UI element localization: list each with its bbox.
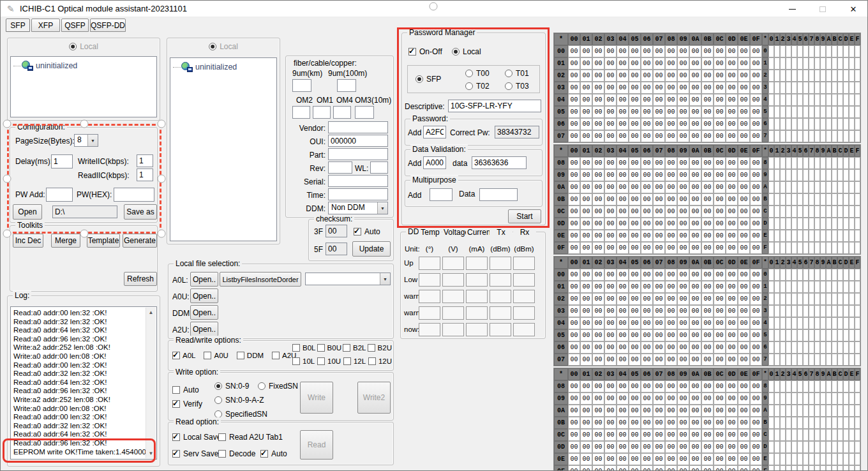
- ascii-char-cell[interactable]: [809, 354, 814, 366]
- hex-byte-cell[interactable]: 00: [677, 181, 689, 193]
- hex-byte-cell[interactable]: 00: [726, 206, 738, 218]
- ascii-char-cell[interactable]: [803, 242, 809, 254]
- ascii-char-cell[interactable]: [803, 130, 809, 142]
- ascii-char-cell[interactable]: [849, 45, 855, 57]
- hex-byte-cell[interactable]: 00: [665, 230, 677, 242]
- hex-byte-cell[interactable]: 00: [580, 317, 592, 329]
- hex-byte-cell[interactable]: 00: [726, 429, 738, 441]
- ddm-value-field[interactable]: [490, 306, 511, 320]
- hex-byte-cell[interactable]: 00: [568, 157, 580, 169]
- hex-byte-cell[interactable]: 00: [568, 380, 580, 392]
- multipurpose-data-input[interactable]: [479, 188, 518, 201]
- ascii-char-cell[interactable]: [786, 169, 791, 181]
- ascii-char-cell[interactable]: [791, 157, 797, 169]
- hex-byte-cell[interactable]: 00: [592, 94, 604, 106]
- hex-byte-cell[interactable]: 00: [580, 82, 592, 94]
- ascii-char-cell[interactable]: [803, 157, 809, 169]
- ascii-char-cell[interactable]: [826, 441, 832, 453]
- hex-byte-cell[interactable]: 00: [738, 206, 750, 218]
- hex-byte-cell[interactable]: 00: [617, 57, 629, 70]
- ascii-char-cell[interactable]: [837, 453, 843, 465]
- ascii-char-cell[interactable]: [814, 94, 820, 106]
- hex-byte-cell[interactable]: 00: [604, 465, 617, 471]
- ascii-char-cell[interactable]: [843, 269, 849, 281]
- hex-byte-cell[interactable]: 00: [701, 281, 714, 293]
- hex-byte-cell[interactable]: 00: [653, 130, 665, 142]
- tab-qsfp-dd[interactable]: QSFP-DD: [90, 19, 126, 32]
- ascii-char-cell[interactable]: [809, 329, 814, 341]
- ascii-char-cell[interactable]: [849, 417, 855, 429]
- ascii-char-cell[interactable]: [780, 218, 786, 230]
- hex-byte-cell[interactable]: 00: [689, 417, 701, 429]
- hex-byte-cell[interactable]: 00: [653, 57, 665, 70]
- ascii-char-cell[interactable]: [843, 392, 849, 405]
- hex-byte-cell[interactable]: 00: [653, 329, 665, 341]
- hex-byte-cell[interactable]: 00: [592, 441, 604, 453]
- ascii-char-cell[interactable]: [832, 130, 837, 142]
- hex-byte-cell[interactable]: 00: [629, 157, 641, 169]
- hex-byte-cell[interactable]: 00: [738, 405, 750, 417]
- hex-byte-cell[interactable]: 00: [665, 218, 677, 230]
- hex-byte-cell[interactable]: 00: [689, 354, 701, 366]
- hex-byte-cell[interactable]: 00: [641, 354, 653, 366]
- ascii-char-cell[interactable]: [832, 417, 837, 429]
- ascii-char-cell[interactable]: [843, 70, 849, 82]
- hex-byte-cell[interactable]: 00: [604, 354, 617, 366]
- hex-byte-cell[interactable]: 00: [653, 181, 665, 193]
- hex-byte-cell[interactable]: 00: [750, 45, 762, 57]
- hex-byte-cell[interactable]: 00: [568, 70, 580, 82]
- hex-byte-cell[interactable]: 00: [750, 417, 762, 429]
- ascii-char-cell[interactable]: [832, 218, 837, 230]
- hex-byte-cell[interactable]: 00: [653, 218, 665, 230]
- hex-byte-cell[interactable]: 00: [617, 70, 629, 82]
- ascii-char-cell[interactable]: [855, 45, 860, 57]
- hex-byte-cell[interactable]: 00: [738, 57, 750, 70]
- ascii-char-cell[interactable]: [826, 193, 832, 206]
- ascii-char-cell[interactable]: [797, 305, 803, 317]
- hex-byte-cell[interactable]: 00: [592, 169, 604, 181]
- ddm-value-field[interactable]: [419, 273, 440, 287]
- hex-byte-cell[interactable]: 00: [677, 269, 689, 281]
- hex-byte-cell[interactable]: 00: [665, 57, 677, 70]
- hex-byte-cell[interactable]: 00: [629, 269, 641, 281]
- om3-input[interactable]: [355, 106, 374, 119]
- ascii-char-cell[interactable]: [797, 441, 803, 453]
- ascii-char-cell[interactable]: [786, 405, 791, 417]
- list-by-files-button[interactable]: ListbyFilesInsorteDorder: [220, 272, 301, 287]
- hex-byte-cell[interactable]: 00: [568, 118, 580, 130]
- hex-byte-cell[interactable]: 00: [677, 169, 689, 181]
- rw-b0l-checkbox[interactable]: B0L: [292, 344, 315, 352]
- hex-byte-cell[interactable]: 00: [750, 305, 762, 317]
- hex-byte-cell[interactable]: 00: [580, 45, 592, 57]
- hex-byte-cell[interactable]: 00: [689, 157, 701, 169]
- ascii-char-cell[interactable]: [780, 354, 786, 366]
- ddm-open-button[interactable]: Open..: [190, 305, 218, 320]
- ascii-char-cell[interactable]: [820, 130, 826, 142]
- hex-byte-cell[interactable]: 00: [629, 106, 641, 118]
- hex-byte-cell[interactable]: 00: [653, 70, 665, 82]
- hex-byte-cell[interactable]: 00: [568, 405, 580, 417]
- ascii-char-cell[interactable]: [843, 293, 849, 305]
- hex-byte-cell[interactable]: 00: [714, 441, 726, 453]
- ascii-char-cell[interactable]: [786, 94, 791, 106]
- ascii-char-cell[interactable]: [832, 317, 837, 329]
- hex-byte-cell[interactable]: 00: [653, 230, 665, 242]
- hex-byte-cell[interactable]: 00: [677, 57, 689, 70]
- hex-byte-cell[interactable]: 00: [738, 130, 750, 142]
- hex-byte-cell[interactable]: 00: [592, 181, 604, 193]
- ascii-char-cell[interactable]: [791, 169, 797, 181]
- hex-byte-cell[interactable]: 00: [629, 453, 641, 465]
- hex-byte-cell[interactable]: 00: [701, 354, 714, 366]
- fixed-sn-radio[interactable]: FixedSN: [258, 382, 298, 391]
- ascii-char-cell[interactable]: [843, 206, 849, 218]
- ascii-char-cell[interactable]: [809, 169, 814, 181]
- ascii-char-cell[interactable]: [774, 94, 780, 106]
- ascii-char-cell[interactable]: [786, 465, 791, 471]
- hex-byte-cell[interactable]: 00: [677, 465, 689, 471]
- hex-byte-cell[interactable]: 00: [701, 45, 714, 57]
- ascii-char-cell[interactable]: [768, 218, 774, 230]
- hex-byte-cell[interactable]: 00: [701, 465, 714, 471]
- ascii-char-cell[interactable]: [774, 130, 780, 142]
- hex-byte-cell[interactable]: 00: [641, 341, 653, 354]
- hex-byte-cell[interactable]: 00: [689, 341, 701, 354]
